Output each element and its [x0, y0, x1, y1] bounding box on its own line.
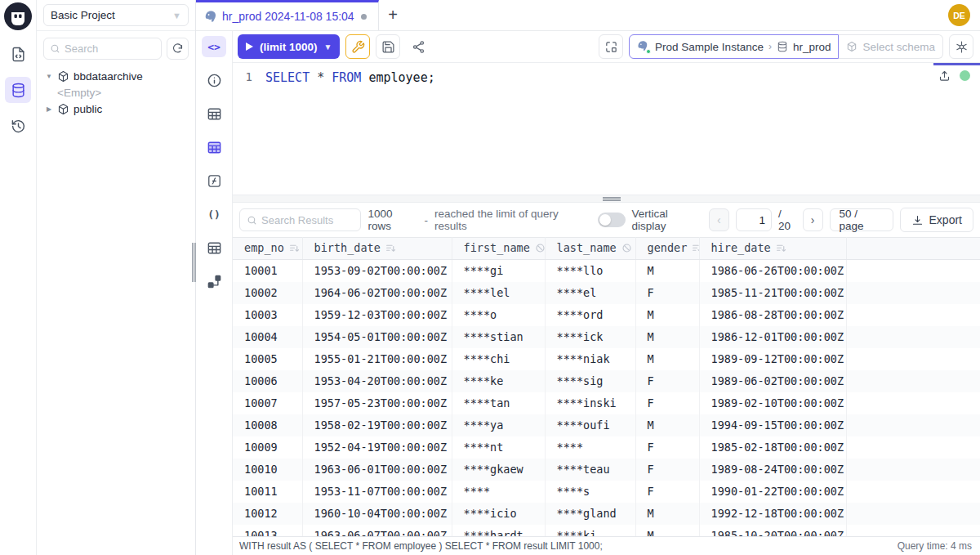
table-cell[interactable]: 10010 [233, 459, 302, 481]
tree-item-public[interactable]: ▶ public [45, 101, 195, 117]
sql-editor[interactable]: 1 SELECT * FROM employee; [233, 63, 980, 195]
table-cell[interactable]: ****niak [545, 348, 635, 370]
table-cell[interactable]: 1963-06-07T00:00:00Z [302, 525, 452, 537]
table-cell[interactable]: 10005 [233, 348, 302, 370]
results-search-input[interactable] [261, 214, 354, 226]
save-button[interactable] [376, 34, 400, 59]
function-icon[interactable] [202, 170, 226, 191]
parentheses-icon[interactable]: () [202, 204, 226, 225]
export-button[interactable]: Export [900, 208, 973, 232]
sidebar-resize-handle[interactable] [192, 243, 196, 282]
new-tab-button[interactable]: + [379, 0, 407, 30]
table-cell[interactable]: ****o [452, 304, 545, 326]
table-cell[interactable]: ****inski [545, 392, 635, 414]
page-size-select[interactable]: 50 / page [830, 208, 893, 231]
table-cell[interactable]: 1985-02-18T00:00:00Z [699, 436, 846, 459]
database-icon[interactable] [5, 77, 31, 103]
table-cell[interactable]: 1959-12-03T00:00:00Z [302, 304, 452, 326]
table-cell[interactable]: F [635, 282, 699, 304]
page-number-input[interactable] [736, 208, 772, 231]
table-cell[interactable]: ****s [545, 481, 635, 503]
table-cell[interactable]: 1953-04-20T00:00:00Z [302, 370, 452, 392]
info-icon[interactable] [202, 69, 226, 91]
table-cell[interactable]: 1958-02-19T00:00:00Z [302, 414, 452, 436]
sort-icon[interactable] [289, 243, 300, 256]
table-cell[interactable]: 1963-06-01T00:00:00Z [302, 459, 452, 481]
caret-down-icon[interactable]: ▼ [45, 73, 53, 80]
table-cell[interactable]: 1953-11-07T00:00:00Z [302, 481, 452, 503]
history-icon[interactable] [5, 113, 31, 139]
table-cell[interactable]: 1986-12-01T00:00:00Z [699, 326, 846, 348]
table-cell[interactable]: 10012 [233, 503, 302, 525]
result-table-icon[interactable] [202, 237, 226, 258]
sample-table-icon[interactable] [202, 137, 226, 158]
table-cell[interactable]: F [635, 436, 699, 459]
table-cell[interactable]: ****ya [452, 414, 545, 436]
table-cell[interactable]: 10006 [233, 370, 302, 392]
table-cell[interactable]: 10002 [233, 282, 302, 304]
table-cell[interactable]: ****chi [452, 348, 545, 370]
table-cell[interactable]: ****sig [545, 370, 635, 392]
table-cell[interactable]: ****nt [452, 436, 545, 459]
table-cell[interactable]: 1990-01-22T00:00:00Z [699, 481, 846, 503]
column-header-emp_no[interactable]: emp_no [233, 238, 302, 260]
table-cell[interactable]: **** [545, 436, 635, 459]
column-header-first_name[interactable]: first_name [452, 238, 545, 260]
table-cell[interactable]: 10013 [233, 525, 302, 537]
table-cell[interactable]: ****icio [452, 503, 545, 525]
table-cell[interactable]: F [635, 481, 699, 503]
table-cell[interactable]: M [635, 260, 699, 282]
vertical-display-toggle[interactable] [598, 213, 626, 227]
column-header-gender[interactable]: gender [635, 238, 699, 260]
run-query-button[interactable]: (limit 1000) ▼ [238, 34, 340, 59]
sort-icon[interactable] [692, 243, 699, 256]
table-cell[interactable]: 10007 [233, 392, 302, 414]
chevron-down-icon[interactable]: ▼ [324, 43, 332, 51]
table-cell[interactable]: ****ick [545, 326, 635, 348]
table-cell[interactable]: M [635, 525, 699, 537]
next-page-button[interactable]: › [803, 208, 823, 231]
table-cell[interactable]: ****el [545, 282, 635, 304]
splitter-handle-icon[interactable] [603, 197, 621, 201]
table-cell[interactable]: ****gkaew [452, 459, 545, 481]
user-avatar[interactable]: DE [948, 4, 970, 26]
table-cell[interactable]: **** [452, 481, 545, 503]
table-cell[interactable]: ****lel [452, 282, 545, 304]
ai-assistant-button[interactable] [949, 34, 973, 59]
table-cell[interactable]: 1960-10-04T00:00:00Z [302, 503, 452, 525]
table-cell[interactable]: ****gi [452, 260, 545, 282]
table-cell[interactable]: F [635, 459, 699, 481]
sort-icon[interactable] [776, 243, 786, 256]
table-cell[interactable]: ****ki [545, 525, 635, 537]
schema-diagram-icon[interactable] [202, 271, 226, 292]
sort-icon[interactable] [385, 243, 396, 256]
table-cell[interactable]: F [635, 370, 699, 392]
prev-page-button[interactable]: ‹ [709, 208, 729, 231]
table-cell[interactable]: 10004 [233, 326, 302, 348]
schema-selector[interactable]: Select schema [839, 34, 943, 59]
table-cell[interactable]: ****gland [545, 503, 635, 525]
table-cell[interactable]: ****llo [545, 260, 635, 282]
table-cell[interactable]: 1985-11-21T00:00:00Z [699, 282, 846, 304]
caret-right-icon[interactable]: ▶ [45, 105, 53, 113]
table-cell[interactable]: 10003 [233, 304, 302, 326]
table-cell[interactable]: 1989-06-02T00:00:00Z [699, 370, 846, 392]
worksheet-icon[interactable] [5, 41, 31, 67]
sql-editor-mode-icon[interactable]: <> [202, 36, 226, 57]
table-cell[interactable]: 1964-06-02T00:00:00Z [302, 282, 452, 304]
table-cell[interactable]: ****hardt [452, 525, 545, 537]
panel-splitter[interactable] [233, 195, 980, 203]
table-cell[interactable]: 10001 [233, 260, 302, 282]
table-cell[interactable]: F [635, 392, 699, 414]
table-panel-icon[interactable] [202, 103, 226, 124]
table-cell[interactable]: 1953-09-02T00:00:00Z [302, 260, 452, 282]
format-button[interactable] [599, 34, 623, 59]
table-cell[interactable]: 1989-08-24T00:00:00Z [699, 459, 846, 481]
table-cell[interactable]: 10011 [233, 481, 302, 503]
column-header-last_name[interactable]: last_name [545, 238, 635, 260]
table-cell[interactable]: ****tan [452, 392, 545, 414]
table-cell[interactable]: M [635, 348, 699, 370]
refresh-button[interactable] [167, 38, 189, 60]
share-button[interactable] [406, 34, 430, 59]
table-cell[interactable]: M [635, 503, 699, 525]
